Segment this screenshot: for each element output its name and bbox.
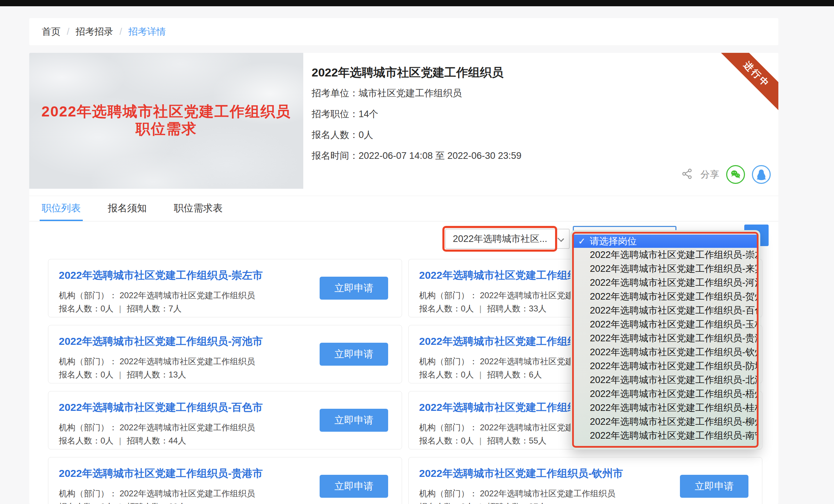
job-card-counts: 报名人数：0人|招聘人数：33人 — [419, 303, 546, 314]
share-icon[interactable] — [681, 168, 693, 181]
job-card-counts: 报名人数：0人|招聘人数：55人 — [419, 435, 546, 446]
tab-position-demand-table[interactable]: 职位需求表 — [174, 202, 223, 221]
dropdown-option[interactable]: 2022年选聘城市社区党建工作组织员-来宾市 — [574, 262, 757, 276]
job-card-org: 机构（部门）： 2022年选聘城市社区党建工作组织员 — [59, 422, 255, 433]
header-divider — [29, 196, 778, 196]
banner-image: 2022年选聘城市社区党建工作组织员 职位需求 — [29, 53, 303, 189]
breadcrumb-separator: / — [67, 26, 70, 37]
dropdown-option[interactable]: 2022年选聘城市社区党建工作组织员-南宁市 — [574, 429, 757, 442]
job-card: 2022年选聘城市社区党建工作组织员-贵港市 机构（部门）： 2022年选聘城市… — [48, 457, 402, 504]
info-row-positions: 招考职位：14个 — [312, 108, 521, 120]
dropdown-option[interactable]: 2022年选聘城市社区党建工作组织员-河池市 — [574, 276, 757, 290]
dropdown-option-selected[interactable]: ✓ 请选择岗位 — [574, 235, 757, 248]
job-card-title-link[interactable]: 2022年选聘城市社区党建工作组织员-百色市 — [59, 400, 263, 415]
info-value: 0人 — [359, 130, 373, 140]
tab-application-notes[interactable]: 报名须知 — [108, 202, 147, 221]
apply-now-button[interactable]: 立即申请 — [320, 409, 388, 432]
qq-share-icon[interactable] — [752, 165, 771, 184]
info-label: 招考职位： — [312, 109, 359, 119]
page-title: 2022年选聘城市社区党建工作组织员 — [312, 65, 504, 81]
job-card-counts: 报名人数：0人|招聘人数：6人 — [419, 369, 542, 380]
dropdown-option[interactable]: 2022年选聘城市社区党建工作组织员-北海市 — [574, 373, 757, 387]
page: 首页 / 招考招录 / 招考详情 2022年选聘城市社区党建工作组织员 职位需求… — [0, 0, 834, 504]
job-card-counts: 报名人数：0人|招聘人数：44人 — [59, 435, 186, 446]
dropdown-option[interactable]: 2022年选聘城市社区党建工作组织员-桂林市 — [574, 401, 757, 415]
info-row-period: 报名时间：2022-06-07 14:08 至 2022-06-30 23:59 — [312, 149, 521, 162]
job-card-title-link[interactable]: 2022年选聘城市社区党建工作组织员-崇左市 — [59, 268, 263, 283]
apply-now-button[interactable]: 立即申请 — [680, 475, 748, 498]
main-panel: 2022年选聘城市社区党建工作组织员 职位需求 进行中 2022年选聘城市社区党… — [29, 53, 778, 504]
breadcrumb-recruitment[interactable]: 招考招录 — [76, 25, 113, 38]
dropdown-option[interactable]: 2022年选聘城市社区党建工作组织员-百色市 — [574, 303, 757, 317]
apply-now-button[interactable]: 立即申请 — [320, 343, 388, 366]
share-label: 分享 — [700, 168, 719, 181]
tabs-divider — [29, 221, 778, 221]
info-row-unit: 招考单位：城市社区党建工作组织员 — [312, 87, 521, 99]
job-card-title-link[interactable]: 2022年选聘城市社区党建工作组织员-河池市 — [59, 334, 263, 349]
banner-text: 2022年选聘城市社区党建工作组织员 职位需求 — [29, 103, 303, 138]
info-label: 报名人数： — [312, 130, 359, 140]
job-card-counts: 报名人数：0人|招聘人数：37人 — [419, 501, 546, 504]
info-value: 14个 — [359, 109, 378, 119]
job-card: 2022年选聘城市社区党建工作组织员-钦州市 机构（部门）： 2022年选聘城市… — [408, 457, 762, 504]
dropdown-option[interactable]: 2022年选聘城市社区党建工作组织员-贺州市 — [574, 290, 757, 303]
position-dropdown-menu: ✓ 请选择岗位 2022年选聘城市社区党建工作组织员-崇左市 2022年选聘城市… — [570, 230, 760, 449]
recruitment-info: 招考单位：城市社区党建工作组织员 招考职位：14个 报名人数：0人 报名时间：2… — [312, 87, 521, 162]
dropdown-selected-label: 请选择岗位 — [590, 235, 637, 247]
job-card-org: 机构（部门）： 2022年选聘城市社区党建工作组织员 — [59, 356, 255, 367]
job-card-org: 机构（部门）： 2022年选聘城市社区党建工作组织员 — [419, 488, 615, 499]
info-value: 2022-06-07 14:08 至 2022-06-30 23:59 — [359, 151, 521, 161]
dropdown-option[interactable]: 2022年选聘城市社区党建工作组织员-贵港市 — [574, 331, 757, 345]
job-card-title-link[interactable]: 2022年选聘城市社区党建工作组织员-钦州市 — [419, 466, 623, 481]
job-card-counts: 报名人数：0人|招聘人数：13人 — [59, 369, 186, 380]
dropdown-option[interactable]: 2022年选聘城市社区党建工作组织员-崇左市 — [574, 248, 757, 262]
info-label: 招考单位： — [312, 88, 359, 98]
dropdown-option[interactable]: 2022年选聘城市社区党建工作组织员-防城港市 — [574, 359, 757, 373]
job-card-counts: 报名人数：0人|招聘人数：7人 — [59, 303, 182, 314]
dropdown-option[interactable]: 2022年选聘城市社区党建工作组织员-玉林市 — [574, 317, 757, 331]
chevron-down-icon — [558, 235, 564, 242]
checkmark-icon: ✓ — [578, 236, 586, 247]
job-card: 2022年选聘城市社区党建工作组织员-河池市 机构（部门）： 2022年选聘城市… — [48, 325, 402, 383]
apply-now-button[interactable]: 立即申请 — [320, 475, 388, 498]
breadcrumb-separator: / — [120, 26, 122, 37]
dropdown-option[interactable]: 2022年选聘城市社区党建工作组织员-柳州市 — [574, 415, 757, 429]
job-card: 2022年选聘城市社区党建工作组织员-百色市 机构（部门）： 2022年选聘城市… — [48, 391, 402, 449]
top-black-bar — [0, 0, 834, 6]
wechat-share-icon[interactable] — [726, 165, 745, 184]
info-value: 城市社区党建工作组织员 — [359, 88, 462, 98]
job-card-counts: 报名人数：0人|招聘人数：60人 — [59, 501, 186, 504]
breadcrumb: 首页 / 招考招录 / 招考详情 — [29, 18, 778, 45]
info-row-applicants: 报名人数：0人 — [312, 129, 521, 141]
job-card-title-link[interactable]: 2022年选聘城市社区党建工作组织员-贵港市 — [59, 466, 263, 481]
project-select[interactable]: 2022年选聘城市社区... — [445, 229, 570, 249]
dropdown-option[interactable]: 2022年选聘城市社区党建工作组织员-梧州市 — [574, 387, 757, 401]
status-ribbon-box: 进行中 — [719, 53, 778, 112]
job-card-org: 机构（部门）： 2022年选聘城市社区党建工作组织员 — [59, 290, 255, 301]
apply-now-button[interactable]: 立即申请 — [320, 277, 388, 300]
breadcrumb-current: 招考详情 — [128, 25, 166, 38]
status-ribbon: 进行中 — [719, 53, 778, 112]
breadcrumb-home[interactable]: 首页 — [42, 25, 61, 38]
job-card-org: 机构（部门）： 2022年选聘城市社区党建工作组织员 — [59, 488, 255, 499]
tab-bar: 职位列表 报名须知 职位需求表 — [42, 202, 223, 221]
tab-job-list[interactable]: 职位列表 — [42, 202, 81, 221]
dropdown-option[interactable]: 2022年选聘城市社区党建工作组织员-钦州市 — [574, 345, 757, 359]
share-row: 分享 — [681, 165, 771, 184]
info-label: 报名时间： — [312, 151, 359, 161]
position-dropdown-inner: ✓ 请选择岗位 2022年选聘城市社区党建工作组织员-崇左市 2022年选聘城市… — [572, 232, 759, 448]
project-select-value: 2022年选聘城市社区... — [453, 233, 547, 245]
job-card: 2022年选聘城市社区党建工作组织员-崇左市 机构（部门）： 2022年选聘城市… — [48, 259, 402, 317]
